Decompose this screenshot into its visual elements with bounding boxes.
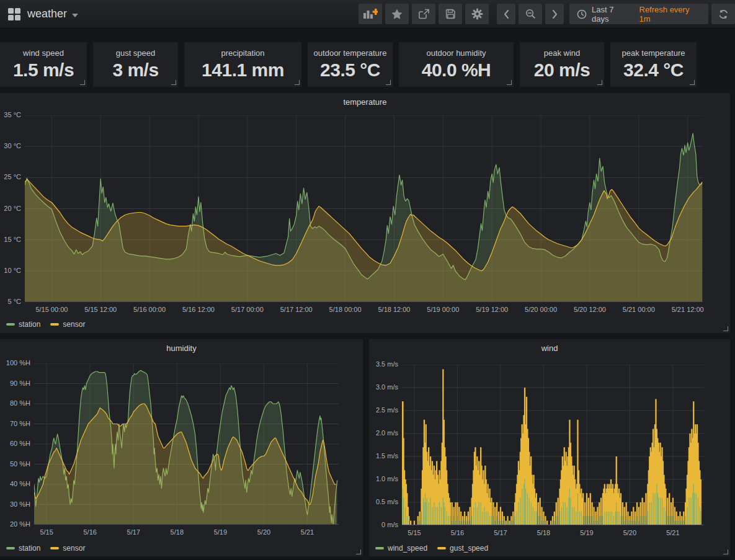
add-panel-button[interactable] xyxy=(359,4,382,24)
x-axis-tick-label: 5/17 xyxy=(476,529,525,536)
legend-series-name: gust_speed xyxy=(450,544,488,553)
x-axis-tick-label: 5/16 xyxy=(432,529,482,536)
x-axis-tick-label: 5/21 xyxy=(282,528,332,536)
panel-resize-handle[interactable] xyxy=(386,80,391,85)
y-axis-tick-label: 2.0 m/s xyxy=(376,429,398,437)
x-axis-tick-label: 5/15 12:00 xyxy=(76,306,125,313)
panel-title-temperature[interactable]: temperature xyxy=(0,97,730,107)
humidity-x-axis: 5/155/165/175/185/195/205/21 xyxy=(34,528,339,537)
x-axis-tick-label: 5/17 00:00 xyxy=(223,306,272,313)
legend-series-name: station xyxy=(19,320,40,329)
legend-series-name: sensor xyxy=(63,544,85,553)
y-axis-tick-label: 35 °C xyxy=(4,111,21,118)
share-button[interactable] xyxy=(412,4,435,24)
time-range-button[interactable]: Last 7 days Refresh every 1m xyxy=(569,4,708,24)
stat-title: outdoor humidity xyxy=(399,48,514,58)
legend-item-station[interactable]: station xyxy=(6,320,40,329)
panel-resize-handle[interactable] xyxy=(597,80,602,85)
x-axis-tick-label: 5/16 00:00 xyxy=(125,306,174,313)
star-button[interactable] xyxy=(385,4,409,24)
wind-plot[interactable] xyxy=(402,365,704,525)
x-axis-tick-label: 5/15 xyxy=(390,529,439,536)
stat-value: 3 m/s xyxy=(93,60,178,81)
panel-resize-handle[interactable] xyxy=(723,326,728,331)
stat-panel-precipitation[interactable]: precipitation 141.1 mm xyxy=(184,42,301,87)
temperature-legend: stationsensor xyxy=(6,320,85,329)
refresh-button[interactable] xyxy=(711,4,735,24)
panel-title-wind[interactable]: wind xyxy=(369,344,730,353)
stats-row: wind speed 1.5 m/s gust speed 3 m/s prec… xyxy=(0,42,697,87)
legend-color-icon xyxy=(50,323,59,326)
legend-item-gust_speed[interactable]: gust_speed xyxy=(437,544,488,553)
stat-title: outdoor temperature xyxy=(308,48,393,58)
x-axis-tick-label: 5/19 12:00 xyxy=(467,306,517,313)
settings-button[interactable] xyxy=(465,4,489,24)
y-axis-tick-label: 0 m/s xyxy=(381,521,398,528)
x-axis-tick-label: 5/20 00:00 xyxy=(516,306,566,313)
stat-value: 20 m/s xyxy=(520,60,604,81)
temperature-plot[interactable] xyxy=(25,115,703,302)
legend-item-wind_speed[interactable]: wind_speed xyxy=(375,544,427,553)
wind-canvas xyxy=(402,365,704,525)
x-axis-tick-label: 5/17 12:00 xyxy=(272,306,321,313)
refresh-icon xyxy=(718,9,729,19)
legend-item-sensor[interactable]: sensor xyxy=(50,544,85,553)
x-axis-tick-label: 5/19 00:00 xyxy=(418,306,468,313)
y-axis-tick-label: 15 °C xyxy=(4,236,21,243)
legend-series-name: wind_speed xyxy=(388,544,427,553)
dashboard: weather xyxy=(0,0,735,560)
time-forward-button[interactable] xyxy=(545,4,564,24)
legend-color-icon xyxy=(6,547,15,549)
x-axis-tick-label: 5/18 00:00 xyxy=(321,306,370,313)
panel-title-humidity[interactable]: humidity xyxy=(0,344,363,353)
y-axis-tick-label: 60 %H xyxy=(10,440,30,447)
stat-panel-gust-speed[interactable]: gust speed 3 m/s xyxy=(93,42,178,87)
save-button[interactable] xyxy=(439,4,462,24)
star-icon xyxy=(391,9,403,20)
y-axis-tick-label: 30 °C xyxy=(4,142,21,149)
dashboard-dropdown-caret-icon[interactable] xyxy=(72,14,78,17)
panel-resize-handle[interactable] xyxy=(171,80,176,85)
stat-value: 141.1 mm xyxy=(184,60,301,81)
wind-legend: wind_speedgust_speed xyxy=(375,544,488,553)
y-axis-tick-label: 2.5 m/s xyxy=(376,406,398,414)
panel-resize-handle[interactable] xyxy=(507,80,512,85)
legend-item-station[interactable]: station xyxy=(6,544,40,553)
stat-panel-outdoor-humidity[interactable]: outdoor humidity 40.0 %H xyxy=(399,42,514,87)
stat-panel-outdoor-temperature[interactable]: outdoor temperature 23.5 °C xyxy=(308,42,393,87)
time-back-button[interactable] xyxy=(497,4,515,24)
panel-resize-handle[interactable] xyxy=(80,80,85,85)
zoom-out-button[interactable] xyxy=(519,4,542,24)
humidity-canvas xyxy=(34,363,339,525)
panel-resize-handle[interactable] xyxy=(295,80,300,85)
grafana-menu-icon[interactable] xyxy=(7,7,21,21)
y-axis-tick-label: 1.0 m/s xyxy=(376,475,398,482)
x-axis-tick-label: 5/15 xyxy=(22,528,71,536)
stat-panel-peak-wind[interactable]: peak wind 20 m/s xyxy=(520,42,604,87)
panel-resize-handle[interactable] xyxy=(690,80,695,85)
x-axis-tick-label: 5/18 12:00 xyxy=(369,306,419,313)
panel-resize-handle[interactable] xyxy=(356,549,361,554)
chevron-left-icon xyxy=(504,10,509,19)
stat-panel-wind-speed[interactable]: wind speed 1.5 m/s xyxy=(0,42,87,87)
humidity-plot[interactable] xyxy=(34,363,339,525)
dashboard-title[interactable]: weather xyxy=(27,7,67,20)
toolbar-time-group: Last 7 days Refresh every 1m xyxy=(569,4,735,24)
x-axis-tick-label: 5/21 xyxy=(648,529,698,536)
gear-icon xyxy=(471,8,483,20)
y-axis-tick-label: 5 °C xyxy=(7,298,21,305)
legend-item-sensor[interactable]: sensor xyxy=(50,320,85,329)
legend-color-icon xyxy=(50,547,59,549)
stat-title: precipitation xyxy=(184,48,301,58)
humidity-y-axis: 100 %H90 %H80 %H70 %H60 %H50 %H40 %H30 %… xyxy=(0,363,30,525)
y-axis-tick-label: 0.5 m/s xyxy=(376,498,398,505)
stat-panel-peak-temperature[interactable]: peak temperature 32.4 °C xyxy=(610,42,697,87)
y-axis-tick-label: 10 °C xyxy=(4,267,21,274)
y-axis-tick-label: 25 °C xyxy=(4,173,21,180)
x-axis-tick-label: 5/21 00:00 xyxy=(614,306,664,313)
y-axis-tick-label: 100 %H xyxy=(6,359,30,367)
temperature-x-axis: 5/15 00:005/15 12:005/16 00:005/16 12:00… xyxy=(25,306,703,314)
navbar: weather xyxy=(0,0,735,29)
panel-resize-handle[interactable] xyxy=(723,549,728,554)
share-icon xyxy=(418,9,430,19)
